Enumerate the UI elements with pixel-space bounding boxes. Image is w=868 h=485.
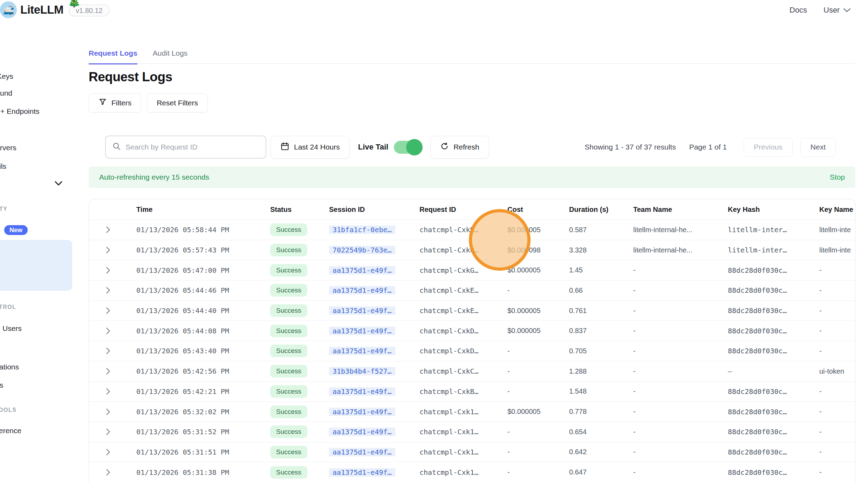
- stop-auto-refresh-button[interactable]: Stop: [830, 173, 845, 181]
- sidebar-item-users[interactable]: Users: [2, 324, 22, 333]
- duration-cell: 0.654: [569, 428, 633, 436]
- status-cell: Success: [270, 325, 329, 337]
- key-hash-cell: 88dc28d0f030c…: [728, 448, 819, 456]
- sidebar-section-label: TY: [0, 206, 7, 212]
- page-indicator: Page 1 of 1: [689, 143, 727, 151]
- sidebar-item-servers[interactable]: rvers: [0, 144, 16, 152]
- expand-row-button[interactable]: [89, 367, 136, 375]
- duration-cell: 1.548: [569, 387, 633, 395]
- session-cell: 7022549b-763e…: [329, 246, 419, 254]
- session-id-link[interactable]: aa1375d1-e49f…: [329, 347, 395, 355]
- duration-cell: 0.642: [569, 448, 633, 456]
- status-badge: Success: [270, 284, 307, 297]
- status-badge: Success: [270, 223, 307, 236]
- session-id-link[interactable]: aa1375d1-e49f…: [329, 306, 395, 315]
- chevron-down-icon: [843, 6, 851, 15]
- time-cell: 01/13/2026 05:32:02 PM: [136, 408, 270, 416]
- key-hash-cell: 88dc28d0f030c…: [728, 347, 819, 355]
- cost-cell: $0.000005: [507, 226, 569, 234]
- request-id-cell: chatcmpl-CxkR…: [419, 226, 507, 234]
- expand-row-button[interactable]: [89, 469, 136, 476]
- sidebar-item-endpoints[interactable]: + Endpoints: [0, 107, 40, 116]
- session-cell: aa1375d1-e49f…: [329, 286, 419, 295]
- team-name-cell: -: [633, 408, 728, 416]
- table-row: 01/13/2026 05:31:52 PMSuccessaa1375d1-e4…: [89, 422, 855, 442]
- session-id-link[interactable]: aa1375d1-e49f…: [329, 266, 395, 275]
- expand-row-button[interactable]: [89, 448, 136, 456]
- expand-row-button[interactable]: [89, 266, 136, 274]
- expand-row-button[interactable]: [89, 246, 136, 254]
- session-id-link[interactable]: aa1375d1-e49f…: [329, 428, 395, 436]
- time-range-label: Last 24 Hours: [294, 143, 340, 151]
- time-cell: 01/13/2026 05:31:52 PM: [136, 428, 270, 436]
- refresh-button[interactable]: Refresh: [430, 136, 489, 159]
- time-cell: 01/13/2026 05:31:51 PM: [136, 448, 270, 456]
- session-id-link[interactable]: aa1375d1-e49f…: [329, 408, 395, 416]
- key-name-cell: ui-token: [819, 367, 855, 375]
- status-badge: Success: [270, 244, 307, 256]
- tab-request-logs[interactable]: Request Logs: [89, 49, 137, 63]
- cost-cell: -: [507, 448, 569, 456]
- time-cell: 01/13/2026 05:42:21 PM: [136, 387, 270, 396]
- sidebar-item-organizations[interactable]: ations: [0, 363, 19, 371]
- duration-cell: 0.837: [569, 327, 633, 335]
- next-page-button[interactable]: Next: [800, 138, 836, 157]
- sidebar-item-keys[interactable]: Keys: [0, 72, 13, 81]
- team-name-cell: -: [633, 387, 728, 395]
- docs-link[interactable]: Docs: [790, 6, 807, 15]
- funnel-icon: [98, 98, 107, 108]
- refresh-icon: [440, 142, 449, 152]
- user-menu-label: User: [823, 6, 840, 15]
- sidebar-item-teams[interactable]: s: [0, 381, 4, 389]
- expand-row-button[interactable]: [89, 307, 136, 314]
- cost-cell: -: [507, 286, 569, 295]
- sidebar-item-playground[interactable]: und: [0, 89, 12, 97]
- live-tail-toggle[interactable]: [394, 141, 421, 154]
- reset-filters-button[interactable]: Reset Filters: [147, 93, 208, 112]
- expand-row-button[interactable]: [89, 286, 136, 294]
- status-badge: Success: [270, 345, 307, 357]
- sidebar-active-item-highlight[interactable]: [0, 240, 72, 291]
- expand-row-button[interactable]: [89, 388, 136, 395]
- sidebar-chevron-down-icon[interactable]: [54, 181, 63, 187]
- session-id-link[interactable]: aa1375d1-e49f…: [329, 327, 395, 335]
- expand-row-button[interactable]: [89, 428, 136, 436]
- sidebar-nav: Keys und + Endpoints rvers ils TY New TR…: [0, 25, 75, 485]
- expand-row-button[interactable]: [89, 327, 136, 335]
- session-id-link[interactable]: 31bfa1cf-0ebe…: [329, 226, 395, 234]
- sidebar-item-guardrails[interactable]: ils: [0, 162, 6, 171]
- search-box[interactable]: [105, 136, 266, 159]
- session-id-link[interactable]: aa1375d1-e49f…: [329, 448, 395, 456]
- request-logs-table: Time Status Session ID Request ID Cost D…: [89, 199, 855, 482]
- expand-row-button[interactable]: [89, 408, 136, 416]
- time-range-button[interactable]: Last 24 Hours: [271, 136, 350, 159]
- key-name-cell: -: [819, 266, 855, 274]
- team-name-cell: -: [633, 307, 728, 315]
- previous-page-button[interactable]: Previous: [744, 138, 793, 157]
- user-menu[interactable]: User: [823, 6, 851, 15]
- filters-button[interactable]: Filters: [89, 93, 141, 112]
- expand-row-button[interactable]: [89, 347, 136, 355]
- sidebar-section-label: TROL: [0, 304, 16, 310]
- session-id-link[interactable]: aa1375d1-e49f…: [329, 468, 395, 477]
- new-badge: New: [4, 225, 28, 235]
- team-name-cell: -: [633, 367, 728, 375]
- tab-audit-logs[interactable]: Audit Logs: [153, 49, 187, 63]
- table-row: 01/13/2026 05:57:43 PMSuccess7022549b-76…: [89, 240, 855, 260]
- session-cell: 31bfa1cf-0ebe…: [329, 226, 419, 234]
- top-bar: 🚅 LiteLLM 🎄 v1.80.12 Docs User: [0, 0, 868, 25]
- session-id-link[interactable]: 31b3b4b4-f527…: [329, 367, 395, 375]
- session-id-link[interactable]: aa1375d1-e49f…: [329, 286, 395, 295]
- duration-cell: 1.45: [569, 266, 633, 274]
- search-input[interactable]: [125, 143, 259, 151]
- sidebar-item-api-reference[interactable]: erence: [0, 427, 21, 435]
- request-id-cell: chatcmpl-CxkE…: [419, 286, 507, 295]
- session-id-link[interactable]: 7022549b-763e…: [329, 246, 395, 254]
- cost-cell: $0.000005: [507, 327, 569, 335]
- session-cell: aa1375d1-e49f…: [329, 428, 419, 436]
- status-cell: Success: [270, 365, 329, 377]
- status-cell: Success: [270, 284, 329, 297]
- session-id-link[interactable]: aa1375d1-e49f…: [329, 387, 395, 396]
- table-row: 01/13/2026 05:42:56 PMSuccess31b3b4b4-f5…: [89, 361, 855, 381]
- expand-row-button[interactable]: [89, 226, 136, 234]
